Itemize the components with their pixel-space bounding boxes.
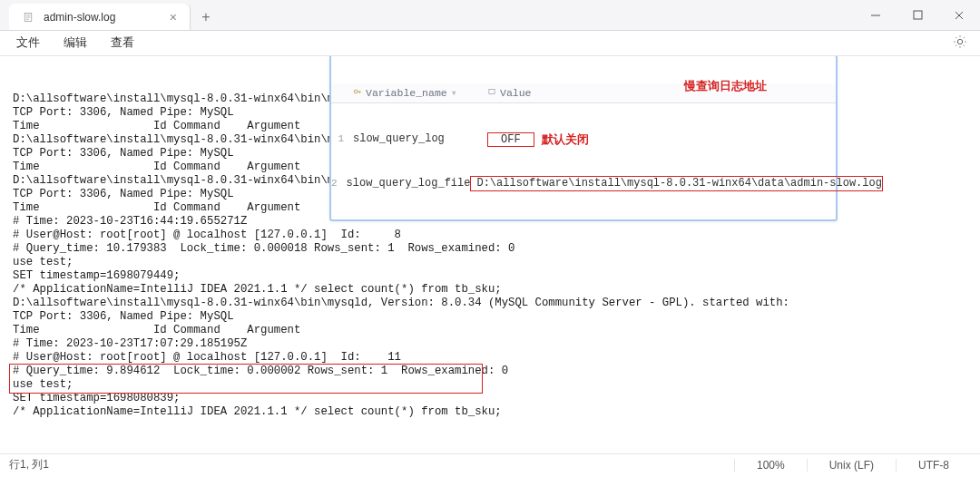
window-controls xyxy=(855,0,980,30)
log-line: SET timestamp=1698079449; xyxy=(13,269,967,283)
log-line: Time Id Command Argument xyxy=(13,324,967,337)
var-name: slow_query_log xyxy=(348,132,482,146)
minimize-button[interactable] xyxy=(855,0,897,30)
log-line: # Time: 2023-10-23T17:07:29.185195Z xyxy=(13,337,967,351)
overlay-col2-header: Value xyxy=(500,86,532,100)
row-number: 2 xyxy=(331,177,341,190)
key-icon xyxy=(353,86,362,100)
editor-content[interactable]: D:\allsoftware\install\mysql-8.0.31-winx… xyxy=(0,56,980,455)
menu-view[interactable]: 查看 xyxy=(102,32,143,54)
log-line: TCP Port: 3306, Named Pipe: MySQL xyxy=(13,310,967,324)
menu-file[interactable]: 文件 xyxy=(7,32,49,54)
zoom-level[interactable]: 100% xyxy=(734,459,807,472)
menubar: 文件 编辑 查看 xyxy=(0,31,980,56)
eol-mode[interactable]: Unix (LF) xyxy=(807,459,896,472)
close-window-button[interactable] xyxy=(938,0,980,30)
tab-title: admin-slow.log xyxy=(44,11,115,24)
filter-icon[interactable]: ▾ xyxy=(451,86,457,100)
log-line: /* ApplicationName=IntelliJ IDEA 2021.1.… xyxy=(13,405,967,419)
value-icon xyxy=(487,86,496,100)
cursor-position: 行1, 列1 xyxy=(9,457,49,472)
log-line: D:\allsoftware\install\mysql-8.0.31-winx… xyxy=(13,297,967,310)
svg-rect-11 xyxy=(489,90,495,94)
var-value: OFF xyxy=(487,132,534,147)
svg-rect-5 xyxy=(914,11,922,19)
overlay-row: 1 slow_query_log OFF 默认关闭 xyxy=(331,131,836,148)
overlay-row: 2 slow_query_log_file D:\allsoftware\ins… xyxy=(331,175,836,192)
log-line: use test; xyxy=(13,256,967,269)
new-tab-button[interactable]: + xyxy=(191,4,221,30)
settings-button[interactable] xyxy=(953,34,967,52)
log-line: # Query_time: 10.179383 Lock_time: 0.000… xyxy=(13,242,967,256)
titlebar: admin-slow.log × + xyxy=(0,0,980,31)
menu-edit[interactable]: 编辑 xyxy=(54,32,96,54)
maximize-button[interactable] xyxy=(897,0,938,30)
annotation: 默认关闭 xyxy=(542,132,589,146)
file-icon xyxy=(22,11,34,24)
log-line: # User@Host: root[root] @ localhost [127… xyxy=(13,229,967,242)
overlay-col1-header: Variable_name xyxy=(366,86,447,100)
log-line: SET timestamp=1698080839; xyxy=(13,392,967,405)
log-line: /* ApplicationName=IntelliJ IDEA 2021.1.… xyxy=(13,283,967,297)
statusbar: 行1, 列1 100% Unix (LF) UTF-8 xyxy=(0,453,980,475)
log-line: # Query_time: 9.894612 Lock_time: 0.0000… xyxy=(13,365,967,378)
var-name: slow_query_log_file xyxy=(341,177,471,190)
overlay-title-annotation: 慢查询日志地址 xyxy=(684,79,767,92)
close-tab-button[interactable]: × xyxy=(170,10,177,24)
log-line: use test; xyxy=(13,378,967,392)
var-value: D:\allsoftware\install\mysql-8.0.31-winx… xyxy=(470,176,882,191)
encoding[interactable]: UTF-8 xyxy=(896,459,971,472)
file-tab[interactable]: admin-slow.log × xyxy=(9,4,191,30)
svg-point-8 xyxy=(354,90,358,93)
log-line: # User@Host: root[root] @ localhost [127… xyxy=(13,351,967,365)
row-number: 1 xyxy=(331,132,348,146)
